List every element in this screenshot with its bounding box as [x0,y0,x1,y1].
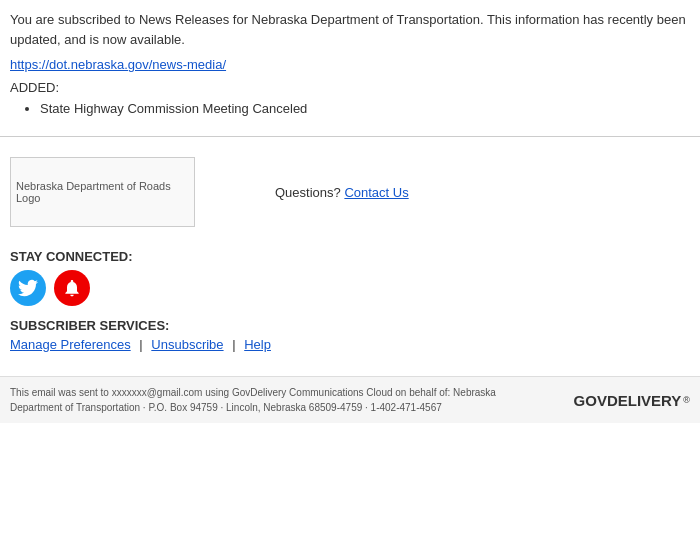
footer-top: Nebraska Department of Roads Logo Questi… [10,147,690,237]
agency-logo: Nebraska Department of Roads Logo [10,157,195,227]
notification-icon[interactable] [54,270,90,306]
registered-mark: ® [683,395,690,405]
subscriber-services-label: SUBSCRIBER SERVICES: [10,318,690,333]
intro-paragraph: You are subscribed to News Releases for … [10,10,690,49]
twitter-icon[interactable] [10,270,46,306]
news-media-link[interactable]: https://dot.nebraska.gov/news-media/ [10,57,690,72]
stay-connected-section: STAY CONNECTED: [10,249,690,306]
unsubscribe-link[interactable]: Unsubscribe [151,337,223,352]
subscriber-links: Manage Preferences | Unsubscribe | Help [10,337,690,352]
email-footer-text: This email was sent to xxxxxxx@gmail.com… [10,385,550,415]
email-footer: This email was sent to xxxxxxx@gmail.com… [0,376,700,423]
manage-preferences-link[interactable]: Manage Preferences [10,337,131,352]
separator-2: | [232,337,239,352]
separator-1: | [139,337,146,352]
govdelivery-text: GOVDELIVERY [574,392,682,409]
govdelivery-logo: GOVDELIVERY ® [574,392,690,409]
list-item: State Highway Commission Meeting Cancele… [40,101,690,116]
added-items-list: State Highway Commission Meeting Cancele… [40,101,690,116]
subscriber-services-section: SUBSCRIBER SERVICES: Manage Preferences … [10,318,690,352]
main-content: You are subscribed to News Releases for … [0,0,700,116]
questions-area: Questions? Contact Us [275,185,409,200]
social-icons [10,270,690,306]
questions-text: Questions? [275,185,341,200]
added-label: ADDED: [10,80,690,95]
contact-us-link[interactable]: Contact Us [344,185,408,200]
footer-section: Nebraska Department of Roads Logo Questi… [0,137,700,362]
help-link[interactable]: Help [244,337,271,352]
stay-connected-label: STAY CONNECTED: [10,249,690,264]
